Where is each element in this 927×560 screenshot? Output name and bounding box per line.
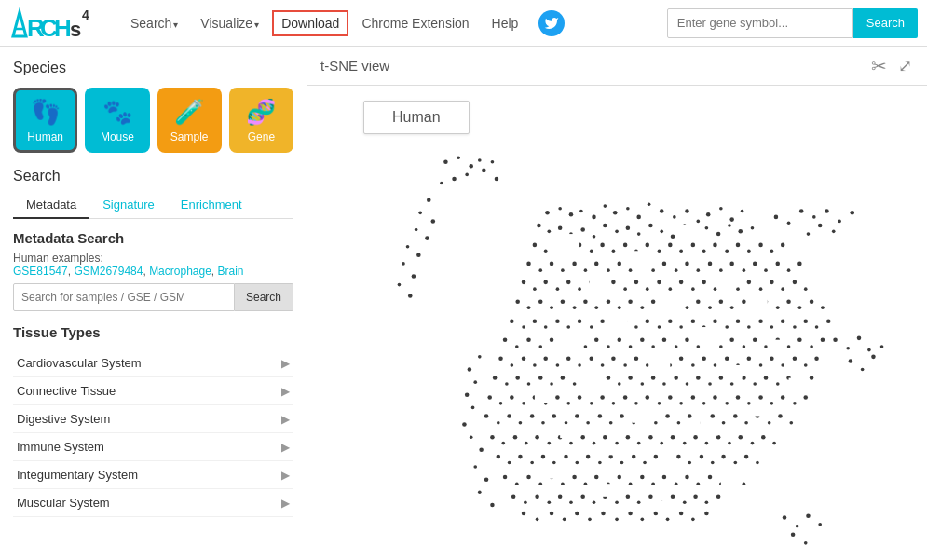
svg-point-151 xyxy=(640,306,644,309)
svg-point-441 xyxy=(640,518,644,522)
svg-point-58 xyxy=(671,235,675,239)
search-tabs: Metadata Signature Enrichment xyxy=(13,192,293,219)
navbar: R C H s 4 Search▾ Visualize▾ Download Ch… xyxy=(0,0,927,47)
gene-search-button[interactable]: Search xyxy=(853,8,918,38)
svg-point-62 xyxy=(716,232,721,237)
svg-point-11 xyxy=(478,158,482,162)
svg-point-205 xyxy=(594,337,599,342)
svg-point-368 xyxy=(508,461,511,465)
svg-point-248 xyxy=(747,356,752,361)
nav-chrome-extension[interactable]: Chrome Extension xyxy=(352,10,478,36)
example-brain[interactable]: Brain xyxy=(218,265,244,278)
svg-point-104 xyxy=(696,268,700,272)
svg-point-503 xyxy=(462,422,467,427)
svg-point-299 xyxy=(658,402,661,405)
tissue-cardiovascular[interactable]: Cardiovascular System ▶ xyxy=(13,349,293,377)
svg-point-344 xyxy=(525,442,528,445)
svg-point-341 xyxy=(490,435,495,440)
svg-point-484 xyxy=(833,337,838,342)
svg-point-394 xyxy=(538,482,542,485)
svg-point-252 xyxy=(793,356,797,361)
tab-signature[interactable]: Signature xyxy=(89,192,168,219)
tissue-digestive[interactable]: Digestive System ▶ xyxy=(13,405,293,433)
svg-point-313 xyxy=(484,414,489,418)
svg-point-169 xyxy=(522,325,525,329)
species-sample[interactable]: 🧪 Sample xyxy=(157,88,222,153)
scissors-button[interactable]: ✂ xyxy=(869,53,889,79)
svg-point-28 xyxy=(545,211,550,215)
main-layout: Species 👣 Human 🐾 Mouse 🧪 Sample 🧬 Gene … xyxy=(0,47,927,560)
svg-point-228 xyxy=(522,356,526,361)
svg-point-180 xyxy=(645,319,649,323)
svg-point-170 xyxy=(533,319,538,323)
nav-links: Search▾ Visualize▾ Download Chrome Exten… xyxy=(121,10,667,36)
sample-search-button[interactable]: Search xyxy=(235,283,293,311)
tissue-muscular[interactable]: Muscular System ▶ xyxy=(13,489,293,517)
svg-rect-455 xyxy=(560,335,577,350)
svg-point-310 xyxy=(781,395,785,400)
svg-point-12 xyxy=(452,177,457,182)
fullscreen-button[interactable]: ⤢ xyxy=(896,53,914,79)
nav-search[interactable]: Search▾ xyxy=(121,10,187,36)
svg-point-311 xyxy=(793,402,797,405)
svg-point-414 xyxy=(524,500,527,504)
species-mouse[interactable]: 🐾 Mouse xyxy=(85,88,149,153)
tab-metadata[interactable]: Metadata xyxy=(13,192,89,219)
svg-point-338 xyxy=(768,421,771,425)
svg-point-268 xyxy=(640,382,644,386)
svg-point-63 xyxy=(728,224,731,227)
svg-point-306 xyxy=(736,395,741,400)
tissue-immune[interactable]: Immune System ▶ xyxy=(13,433,293,461)
svg-point-92 xyxy=(561,268,565,272)
svg-point-442 xyxy=(654,512,659,516)
nav-visualize[interactable]: Visualize▾ xyxy=(191,10,268,36)
nav-help[interactable]: Help xyxy=(483,10,528,36)
svg-point-507 xyxy=(484,477,489,482)
example-gse81547[interactable]: GSE81547 xyxy=(13,265,68,278)
tissue-integumentary[interactable]: Integumentary System ▶ xyxy=(13,461,293,489)
svg-point-65 xyxy=(751,226,755,230)
tab-enrichment[interactable]: Enrichment xyxy=(168,192,255,219)
svg-point-186 xyxy=(713,319,717,323)
svg-point-55 xyxy=(637,232,641,236)
nav-download[interactable]: Download xyxy=(272,10,348,36)
svg-point-286 xyxy=(510,395,514,400)
species-grid: 👣 Human 🐾 Mouse 🧪 Sample 🧬 Gene xyxy=(13,88,293,153)
svg-point-210 xyxy=(651,345,655,348)
svg-point-165 xyxy=(798,306,802,309)
svg-point-258 xyxy=(527,382,531,386)
svg-point-336 xyxy=(744,421,748,425)
svg-point-145 xyxy=(573,306,577,309)
species-gene[interactable]: 🧬 Gene xyxy=(229,88,293,153)
svg-point-225 xyxy=(821,337,825,342)
svg-point-74 xyxy=(623,243,628,248)
svg-point-390 xyxy=(756,461,759,465)
svg-point-424 xyxy=(637,500,641,504)
example-macrophage[interactable]: Macrophage xyxy=(149,265,211,278)
logo[interactable]: R C H s 4 xyxy=(9,5,112,42)
svg-point-437 xyxy=(588,518,592,522)
svg-rect-470 xyxy=(543,467,558,479)
svg-point-408 xyxy=(696,482,700,485)
svg-point-218 xyxy=(743,345,746,348)
species-human[interactable]: 👣 Human xyxy=(13,88,77,153)
twitter-icon[interactable] xyxy=(538,10,565,36)
svg-point-483 xyxy=(832,230,836,234)
svg-point-481 xyxy=(807,232,811,236)
svg-point-102 xyxy=(675,268,678,272)
svg-point-233 xyxy=(578,363,581,367)
svg-point-305 xyxy=(725,402,729,405)
svg-point-350 xyxy=(593,442,596,445)
svg-rect-447 xyxy=(554,234,579,255)
tissue-connective[interactable]: Connective Tissue ▶ xyxy=(13,377,293,405)
svg-point-393 xyxy=(526,475,531,480)
svg-point-406 xyxy=(675,482,678,485)
svg-point-431 xyxy=(716,495,721,499)
svg-point-176 xyxy=(600,319,605,323)
svg-point-175 xyxy=(590,325,593,329)
sample-search-input[interactable] xyxy=(13,283,235,311)
gene-search-input[interactable] xyxy=(667,8,853,38)
svg-rect-471 xyxy=(721,471,738,485)
svg-point-138 xyxy=(793,280,797,285)
example-gsm2679484[interactable]: GSM2679484 xyxy=(74,265,143,278)
